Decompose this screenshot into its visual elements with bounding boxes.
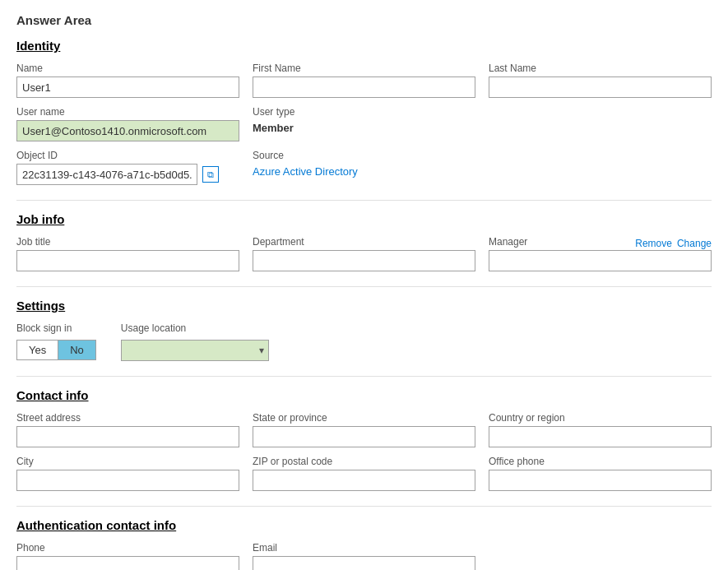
country-label: Country or region xyxy=(489,412,712,424)
remove-manager-link[interactable]: Remove xyxy=(635,238,672,249)
department-label: Department xyxy=(253,236,475,248)
last-name-group: Last Name xyxy=(489,63,712,98)
copy-icon[interactable]: ⧉ xyxy=(202,166,219,183)
object-id-row: ⧉ xyxy=(16,164,239,185)
settings-row: Block sign in Yes No Usage location xyxy=(16,322,712,361)
zip-group: ZIP or postal code xyxy=(253,456,475,491)
job-title-label: Job title xyxy=(16,236,239,248)
identity-section-title: Identity xyxy=(16,39,712,54)
contact-row-1: Street address State or province Country… xyxy=(16,412,712,447)
last-name-input[interactable] xyxy=(489,76,712,98)
object-id-label: Object ID xyxy=(16,150,239,161)
username-group: User name xyxy=(16,106,239,141)
usage-location-select[interactable] xyxy=(121,340,269,361)
usage-location-label: Usage location xyxy=(121,322,269,334)
block-signin-label: Block sign in xyxy=(16,322,96,334)
city-input[interactable] xyxy=(16,470,239,491)
phone-input[interactable] xyxy=(16,556,239,570)
first-name-label: First Name xyxy=(253,63,475,74)
source-value[interactable]: Azure Active Directory xyxy=(253,164,475,179)
state-group: State or province xyxy=(253,412,475,447)
street-address-label: Street address xyxy=(16,412,239,424)
object-id-group: Object ID ⧉ xyxy=(16,150,239,185)
job-info-row-1: Job title Department Manager Remove Chan… xyxy=(16,236,712,271)
contact-row-2: City ZIP or postal code Office phone xyxy=(16,456,712,491)
divider-4 xyxy=(16,506,712,507)
user-type-label: User type xyxy=(253,106,475,118)
street-address-group: Street address xyxy=(16,412,239,447)
manager-header: Manager Remove Change xyxy=(489,236,712,250)
identity-row-1: Name First Name Last Name xyxy=(16,63,712,98)
office-phone-group: Office phone xyxy=(489,456,712,491)
zip-label: ZIP or postal code xyxy=(253,456,475,467)
block-signin-buttons: Yes No xyxy=(16,340,96,360)
job-title-group: Job title xyxy=(16,236,239,271)
identity-section: Identity Name First Name Last Name User … xyxy=(16,39,712,185)
office-phone-input[interactable] xyxy=(489,470,712,491)
job-info-section-title: Job info xyxy=(16,212,712,228)
email-group: Email xyxy=(253,542,475,570)
usage-location-group: Usage location xyxy=(121,322,269,361)
usage-location-wrapper xyxy=(121,340,269,361)
auth-contact-section: Authentication contact info Phone Email … xyxy=(16,518,712,570)
job-title-input[interactable] xyxy=(16,250,239,271)
manager-label: Manager xyxy=(489,236,527,248)
name-group: Name xyxy=(16,63,239,98)
phone-group: Phone xyxy=(16,542,239,570)
first-name-input[interactable] xyxy=(253,76,475,98)
divider-2 xyxy=(16,286,712,287)
source-group: Source Azure Active Directory xyxy=(253,150,475,179)
department-group: Department xyxy=(253,236,475,271)
email-label: Email xyxy=(253,542,475,554)
identity-row-3: Object ID ⧉ Source Azure Active Director… xyxy=(16,150,712,185)
user-type-group: User type Member xyxy=(253,106,475,136)
page-title: Answer Area xyxy=(16,13,712,27)
contact-info-section-title: Contact info xyxy=(16,388,712,404)
name-label: Name xyxy=(16,63,239,74)
settings-section-title: Settings xyxy=(16,299,712,314)
state-input[interactable] xyxy=(253,426,475,447)
country-input[interactable] xyxy=(489,426,712,447)
manager-actions: Remove Change xyxy=(635,238,712,249)
divider-1 xyxy=(16,200,712,201)
username-label: User name xyxy=(16,106,239,118)
no-button[interactable]: No xyxy=(58,340,96,360)
username-input[interactable] xyxy=(16,120,239,141)
divider-3 xyxy=(16,376,712,377)
object-id-input[interactable] xyxy=(16,164,197,185)
zip-input[interactable] xyxy=(253,470,475,491)
auth-contact-section-title: Authentication contact info xyxy=(16,518,712,534)
last-name-label: Last Name xyxy=(489,63,712,74)
state-label: State or province xyxy=(253,412,475,424)
change-manager-link[interactable]: Change xyxy=(677,238,712,249)
country-group: Country or region xyxy=(489,412,712,447)
auth-row-1: Phone Email xyxy=(16,542,712,570)
user-type-value: Member xyxy=(253,120,475,136)
job-info-section: Job info Job title Department Manager Re… xyxy=(16,212,712,271)
city-label: City xyxy=(16,456,239,467)
block-signin-group: Block sign in Yes No xyxy=(16,322,96,360)
manager-input[interactable] xyxy=(489,250,712,271)
street-address-input[interactable] xyxy=(16,426,239,447)
yes-button[interactable]: Yes xyxy=(16,340,58,360)
settings-section: Settings Block sign in Yes No Usage loca… xyxy=(16,299,712,361)
city-group: City xyxy=(16,456,239,491)
department-input[interactable] xyxy=(253,250,475,271)
email-input[interactable] xyxy=(253,556,475,570)
manager-group: Manager Remove Change xyxy=(489,236,712,271)
first-name-group: First Name xyxy=(253,63,475,98)
name-input[interactable] xyxy=(16,76,239,98)
phone-label: Phone xyxy=(16,542,239,554)
identity-row-2: User name User type Member xyxy=(16,106,712,141)
office-phone-label: Office phone xyxy=(489,456,712,467)
source-label: Source xyxy=(253,150,475,161)
contact-info-section: Contact info Street address State or pro… xyxy=(16,388,712,491)
